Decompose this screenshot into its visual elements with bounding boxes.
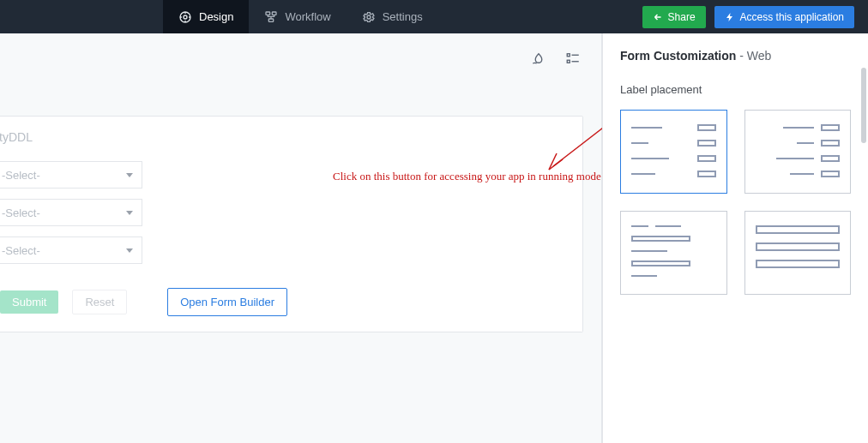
select-placeholder: -Select- bbox=[2, 207, 40, 219]
label-placement-option-inside[interactable] bbox=[744, 211, 852, 295]
select-row-1[interactable]: -Select- bbox=[0, 161, 142, 189]
select-row-2[interactable]: -Select- bbox=[0, 199, 142, 226]
side-title-bold: Form Customization bbox=[620, 49, 736, 63]
canvas-toolbar bbox=[0, 33, 601, 83]
svg-rect-4 bbox=[269, 19, 274, 21]
topbar-right: Share Access this application bbox=[642, 0, 868, 33]
chevron-down-icon bbox=[126, 173, 133, 177]
design-canvas: ityDDL -Select- -Select- -Select- Submit… bbox=[0, 33, 602, 443]
svg-point-1 bbox=[184, 15, 187, 19]
side-panel: Form Customization - Web Label placement bbox=[602, 33, 868, 443]
bolt-icon bbox=[725, 12, 735, 22]
side-title-sep: - bbox=[736, 49, 746, 63]
theme-icon[interactable] bbox=[531, 51, 546, 66]
scrollbar[interactable] bbox=[861, 68, 866, 143]
layout-options-icon[interactable] bbox=[565, 51, 581, 66]
settings-icon bbox=[362, 10, 376, 24]
svg-rect-6 bbox=[567, 54, 570, 57]
form-card: ityDDL -Select- -Select- -Select- Submit… bbox=[0, 116, 583, 332]
label-placement-options bbox=[620, 110, 851, 295]
tab-design[interactable]: Design bbox=[163, 0, 249, 33]
side-title-rest: Web bbox=[747, 49, 772, 63]
reset-button[interactable]: Reset bbox=[72, 290, 127, 314]
share-button[interactable]: Share bbox=[642, 6, 706, 28]
annotation-text: Click on this button for accessing your … bbox=[333, 170, 601, 183]
svg-rect-7 bbox=[567, 60, 570, 63]
side-panel-title: Form Customization - Web bbox=[620, 49, 851, 63]
label-placement-heading: Label placement bbox=[620, 83, 851, 96]
tab-workflow-label: Workflow bbox=[285, 10, 330, 23]
open-form-builder-button[interactable]: Open Form Builder bbox=[167, 288, 287, 316]
tab-design-label: Design bbox=[199, 10, 233, 23]
submit-button[interactable]: Submit bbox=[0, 290, 58, 314]
share-label: Share bbox=[668, 11, 696, 23]
label-placement-option-top[interactable] bbox=[620, 211, 727, 295]
svg-rect-3 bbox=[273, 12, 277, 15]
tab-settings[interactable]: Settings bbox=[347, 0, 438, 33]
form-top-label: ityDDL bbox=[0, 130, 570, 144]
main: ityDDL -Select- -Select- -Select- Submit… bbox=[0, 33, 868, 443]
select-placeholder: -Select- bbox=[2, 169, 40, 182]
form-actions: Submit Reset Open Form Builder bbox=[0, 288, 570, 316]
access-label: Access this application bbox=[740, 11, 844, 23]
label-placement-option-left[interactable] bbox=[620, 110, 727, 194]
label-placement-option-right[interactable] bbox=[744, 110, 852, 194]
chevron-down-icon bbox=[126, 248, 133, 253]
workflow-icon bbox=[264, 10, 278, 24]
share-icon bbox=[653, 12, 663, 22]
access-application-button[interactable]: Access this application bbox=[714, 6, 854, 28]
select-placeholder: -Select- bbox=[2, 244, 40, 257]
chevron-down-icon bbox=[126, 211, 133, 215]
topbar-tabs: Design Workflow Settings bbox=[163, 0, 438, 33]
tab-workflow[interactable]: Workflow bbox=[249, 0, 346, 33]
svg-point-5 bbox=[367, 15, 371, 19]
select-row-3[interactable]: -Select- bbox=[0, 236, 142, 264]
topbar: Design Workflow Settings Share Access bbox=[0, 0, 868, 33]
design-icon bbox=[178, 10, 192, 24]
tab-settings-label: Settings bbox=[383, 10, 423, 23]
svg-rect-2 bbox=[266, 12, 270, 15]
